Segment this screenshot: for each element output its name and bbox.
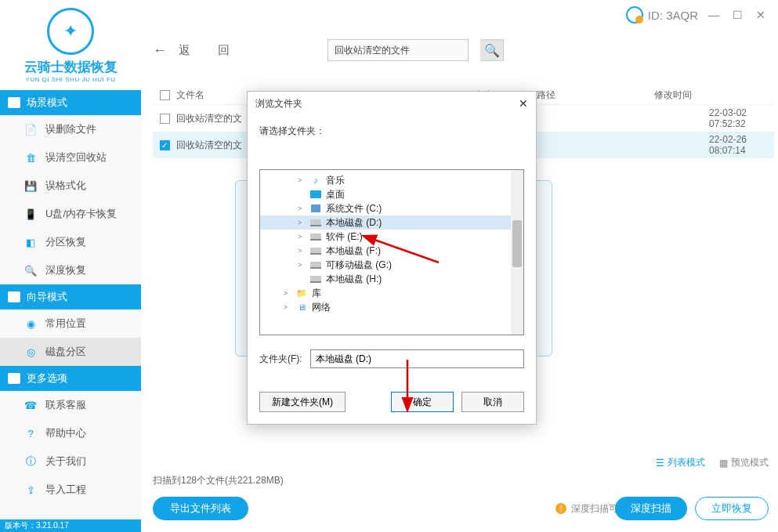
file-remove-icon: 📄 [24, 122, 38, 136]
tree-item-music[interactable]: >♪音乐 [260, 173, 523, 187]
search-button[interactable]: 🔍 [480, 39, 504, 61]
maximize-button[interactable]: ☐ [729, 7, 745, 23]
expand-icon[interactable]: > [298, 219, 306, 226]
drive-icon [310, 274, 321, 284]
export-button[interactable]: 导出文件列表 [153, 497, 248, 520]
view-mode-switch: ☰列表模式 ▦预览模式 [656, 456, 769, 469]
recover-button[interactable]: 立即恢复 [695, 497, 769, 520]
expand-icon[interactable]: > [284, 303, 291, 311]
nav-about[interactable]: ⓘ关于我们 [0, 447, 141, 476]
tree-item-drive-c[interactable]: >系统文件 (C:) [260, 201, 523, 215]
select-all-checkbox[interactable] [160, 90, 170, 100]
nav-recycle-bin[interactable]: 🗑误清空回收站 [0, 143, 141, 172]
logo-icon: ✦ [63, 21, 78, 42]
folder-field-label: 文件夹(F): [259, 353, 302, 366]
list-mode-button[interactable]: ☰列表模式 [656, 456, 705, 469]
nav-deleted-files[interactable]: 📄误删除文件 [0, 115, 141, 143]
user-id-badge: ID: 3AQR [626, 6, 698, 24]
nav-disk-partition[interactable]: ◎磁盘分区 [0, 338, 141, 366]
tree-item-drive-f[interactable]: >本地磁盘 (F:) [260, 244, 523, 258]
nav-common-location[interactable]: ◉常用位置 [0, 309, 141, 338]
nav-contact[interactable]: ☎联系客服 [0, 391, 141, 419]
dialog-titlebar: 浏览文件夹 ✕ [248, 92, 536, 115]
drive-icon [310, 218, 321, 227]
nav-help[interactable]: ?帮助中心 [0, 419, 141, 447]
grid-icon: ▦ [719, 458, 728, 469]
expand-icon[interactable]: > [298, 176, 306, 184]
folder-name-input[interactable] [310, 349, 524, 368]
col-path[interactable]: 路径 [537, 89, 654, 102]
scan-summary: 扫描到128个文件(共221.28MB) [153, 474, 770, 487]
close-button[interactable]: ✕ [753, 7, 769, 23]
nav-partition[interactable]: ◧分区恢复 [0, 228, 141, 256]
expand-icon[interactable]: > [284, 289, 291, 297]
save-icon: 💾 [24, 179, 38, 193]
window-controls: ID: 3AQR — ☐ ✕ [626, 6, 769, 24]
deep-scan-button[interactable]: 深度扫描 [615, 497, 687, 520]
drive-icon [310, 260, 321, 270]
row-checkbox[interactable]: ✓ [160, 140, 170, 150]
folder-tree[interactable]: >♪音乐 桌面 >系统文件 (C:) >本地磁盘 (D:) >软件 (E:) >… [259, 169, 524, 335]
nav-deep[interactable]: 🔍深度恢复 [0, 256, 141, 284]
location-icon: ◉ [24, 317, 38, 331]
col-time[interactable]: 修改时间 [654, 89, 774, 102]
disk-icon: ◎ [24, 345, 38, 359]
tree-item-network[interactable]: >🖥网络 [260, 300, 523, 314]
nav-format[interactable]: 💾误格式化 [0, 172, 141, 200]
expand-icon[interactable]: > [298, 204, 306, 212]
dialog-close-button[interactable]: ✕ [519, 97, 528, 110]
usb-icon: 📱 [24, 207, 38, 221]
search-input[interactable] [327, 39, 469, 61]
scrollbar-thumb[interactable] [512, 220, 522, 267]
tree-item-drive-h[interactable]: 本地磁盘 (H:) [260, 272, 523, 286]
drive-icon [310, 246, 321, 255]
help-icon: ? [24, 426, 38, 440]
expand-icon[interactable]: > [298, 247, 306, 255]
app-title: 云骑士数据恢复 [24, 58, 118, 76]
warning-icon: ! [555, 503, 566, 514]
nav-row: ← 返 回 🔍 [153, 39, 504, 61]
tree-item-library[interactable]: >📁库 [260, 286, 523, 300]
new-folder-button[interactable]: 新建文件夹(M) [259, 392, 346, 412]
minimize-button[interactable]: — [706, 7, 722, 23]
sidebar: ✦ 云骑士数据恢复 YUN QI SHI SHU JU HUI FU 场景模式 … [0, 0, 141, 521]
list-icon: ☰ [656, 458, 664, 469]
music-icon: ♪ [310, 176, 321, 185]
row-checkbox[interactable] [160, 114, 170, 124]
partition-icon: ◧ [24, 235, 38, 249]
tree-scrollbar[interactable] [511, 170, 523, 335]
search-icon: 🔍 [484, 43, 500, 58]
app-logo: ✦ 云骑士数据恢复 YUN QI SHI SHU JU HUI FU [0, 0, 141, 90]
nav-import[interactable]: ⇪导入工程 [0, 476, 141, 504]
wizard-icon [8, 291, 20, 302]
nav-usb[interactable]: 📱U盘/内存卡恢复 [0, 200, 141, 228]
cancel-button[interactable]: 取消 [461, 392, 524, 412]
network-icon: 🖥 [296, 302, 307, 312]
expand-icon[interactable]: > [298, 261, 306, 269]
section-more-options: 更多选项 [0, 366, 141, 391]
phone-icon: ☎ [24, 398, 38, 412]
section-wizard-mode: 向导模式 [0, 284, 141, 309]
tree-item-drive-g[interactable]: >可移动磁盘 (G:) [260, 258, 523, 272]
import-icon: ⇪ [24, 483, 38, 497]
scene-icon [8, 97, 20, 108]
preview-mode-button[interactable]: ▦预览模式 [719, 456, 769, 469]
back-arrow-icon[interactable]: ← [153, 42, 167, 59]
ok-button[interactable]: 确定 [391, 392, 454, 412]
app-subtitle: YUN QI SHI SHU JU HUI FU [25, 76, 115, 83]
library-icon: 📁 [296, 288, 307, 298]
drive-icon [310, 204, 321, 213]
user-avatar-icon [626, 6, 643, 24]
desktop-icon [310, 190, 321, 199]
action-buttons: 深度扫描 立即恢复 [615, 497, 769, 520]
browse-folder-dialog: 浏览文件夹 ✕ 请选择文件夹： >♪音乐 桌面 >系统文件 (C:) >本地磁盘… [247, 91, 537, 425]
tree-item-desktop[interactable]: 桌面 [260, 187, 523, 201]
expand-icon[interactable]: > [298, 233, 306, 241]
tree-item-drive-d[interactable]: >本地磁盘 (D:) [260, 215, 523, 230]
version-bar: 版本号：3.21.0.17 [0, 519, 141, 532]
back-label[interactable]: 返 回 [179, 43, 237, 58]
drive-icon [310, 232, 321, 241]
tree-item-drive-e[interactable]: >软件 (E:) [260, 230, 523, 244]
info-icon: ⓘ [24, 454, 38, 469]
recycle-icon: 🗑 [24, 150, 38, 165]
